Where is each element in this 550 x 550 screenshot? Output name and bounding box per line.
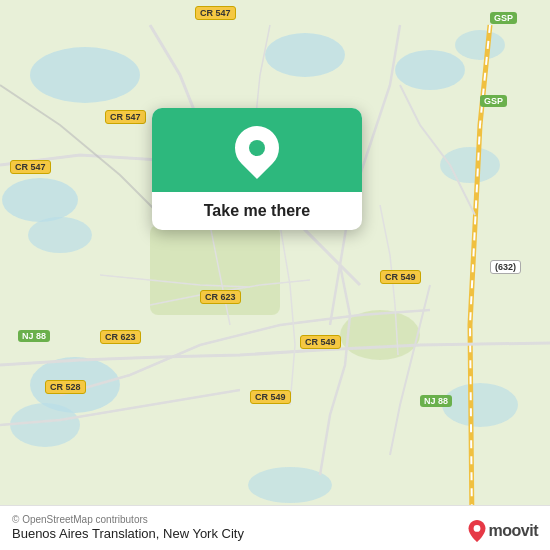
bottom-bar: © OpenStreetMap contributors Buenos Aire…: [0, 505, 550, 550]
road-badge-nj88-left: NJ 88: [18, 330, 50, 342]
road-badge-gsp-top: GSP: [490, 12, 517, 24]
road-badge-cr547-mid: CR 547: [105, 110, 146, 124]
road-badge-nj88-right: NJ 88: [420, 395, 452, 407]
popup-header: [152, 108, 362, 192]
popup-card: Take me there: [152, 108, 362, 230]
map-container: CR 547CR 547CR 547GSPGSPCR 623CR 623CR 5…: [0, 0, 550, 550]
svg-point-13: [340, 310, 420, 360]
road-badge-cr547-left: CR 547: [10, 160, 51, 174]
road-badge-r632: (632): [490, 260, 521, 274]
svg-point-9: [10, 403, 80, 447]
take-me-there-button[interactable]: Take me there: [152, 192, 362, 230]
svg-point-4: [455, 30, 505, 60]
moovit-pin-icon: [468, 520, 486, 542]
moovit-text: moovit: [489, 522, 538, 540]
map-background: [0, 0, 550, 550]
svg-point-1: [30, 47, 140, 103]
svg-point-14: [473, 525, 480, 532]
road-badge-cr547-top: CR 547: [195, 6, 236, 20]
road-badge-cr623-mid: CR 623: [200, 290, 241, 304]
svg-point-5: [2, 178, 78, 222]
svg-point-3: [395, 50, 465, 90]
road-badge-cr528: CR 528: [45, 380, 86, 394]
road-badge-cr623-left: CR 623: [100, 330, 141, 344]
road-badge-cr549-mid: CR 549: [300, 335, 341, 349]
svg-point-10: [442, 383, 518, 427]
svg-point-6: [28, 217, 92, 253]
road-badge-cr549-right: CR 549: [380, 270, 421, 284]
moovit-logo: moovit: [468, 520, 538, 542]
road-badge-gsp-mid: GSP: [480, 95, 507, 107]
road-badge-cr549-bot: CR 549: [250, 390, 291, 404]
location-pin-icon: [235, 126, 279, 178]
location-label: Buenos Aires Translation, New York City: [12, 526, 538, 541]
map-attribution: © OpenStreetMap contributors: [12, 514, 538, 525]
svg-point-2: [265, 33, 345, 77]
